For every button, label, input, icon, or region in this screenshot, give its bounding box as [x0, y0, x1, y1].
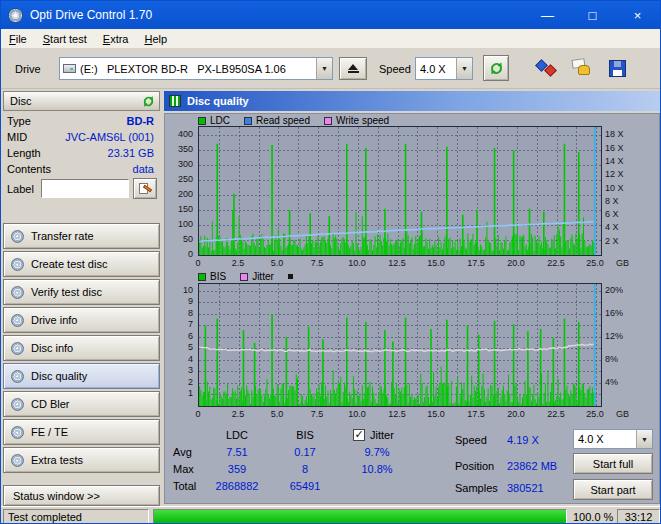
speed-label: Speed — [379, 63, 411, 75]
sidebar-button-verify-test-disc[interactable]: Verify test disc — [3, 279, 160, 305]
y2-axis-tick: 8% — [605, 354, 618, 364]
menu-start-test[interactable]: Start test — [35, 31, 95, 47]
stat-max-ldc: 359 — [207, 463, 267, 475]
create-test-disc-label: Create test disc — [31, 258, 107, 270]
save-icon — [609, 60, 626, 77]
maximize-button[interactable]: □ — [570, 1, 615, 29]
sidebar-button-extra-tests[interactable]: Extra tests — [3, 447, 160, 473]
disc-quality-label: Disc quality — [31, 370, 87, 382]
status-window-button[interactable]: Status window >> — [3, 485, 160, 506]
sidebar-button-create-test-disc[interactable]: Create test disc — [3, 251, 160, 277]
x-axis-tick: 2.5 — [232, 409, 245, 419]
jitter-checkbox[interactable]: ✓ — [353, 429, 365, 441]
test-speed-arrow[interactable]: ▼ — [636, 430, 652, 448]
stat-total-bis: 65491 — [275, 480, 335, 492]
drive-select[interactable]: (E:) PLEXTOR BD-R PX-LB950SA 1.06 ▼ — [59, 57, 333, 80]
sidebar-button-drive-info[interactable]: Drive info — [3, 307, 160, 333]
sidebar-button-disc-quality[interactable]: Disc quality — [3, 363, 160, 389]
x-axis-tick: 20.0 — [507, 409, 525, 419]
progress-fill — [154, 510, 566, 523]
start-part-button[interactable]: Start part — [573, 479, 653, 500]
jitter-swatch-icon — [240, 273, 248, 281]
y2-axis-tick: 2 X — [605, 236, 619, 246]
y-axis-tick: 400 — [165, 129, 193, 139]
y-axis-tick: 150 — [165, 204, 193, 214]
sidebar-button-fe-te[interactable]: FE / TE — [3, 419, 160, 445]
ldc-swatch-icon — [198, 117, 206, 125]
disc-length-row: Length23.31 GB — [3, 145, 160, 161]
speed-select[interactable]: 4.0 X ▼ — [415, 57, 473, 80]
minimize-button[interactable]: — — [525, 1, 570, 29]
stat-max-bis: 8 — [275, 463, 335, 475]
y-axis-tick: 5 — [165, 342, 193, 352]
grab-data-button[interactable] — [568, 54, 596, 82]
speed-select-value: 4.0 X — [416, 63, 456, 75]
read-speed-legend-item: Read speed — [244, 115, 310, 126]
bis-column-header: BIS — [275, 429, 335, 441]
stat-avg-jitter: 9.7% — [347, 446, 407, 458]
app-window: Opti Drive Control 1.70 — □ × FileStart … — [0, 0, 661, 524]
eject-button[interactable] — [339, 57, 367, 80]
menu-help[interactable]: Help — [136, 31, 175, 47]
refresh-speeds-button[interactable] — [483, 55, 509, 81]
menu-extra[interactable]: Extra — [95, 31, 137, 47]
disc-length-value: 23.31 GB — [108, 147, 154, 159]
y2-axis-tick: 18 X — [605, 129, 624, 139]
x-axis-unit: GB — [616, 258, 629, 268]
drive-select-value: (E:) PLEXTOR BD-R PX-LB950SA 1.06 — [76, 63, 316, 75]
label-edit-icon — [138, 182, 153, 196]
sidebar-button-cd-bler[interactable]: CD Bler — [3, 391, 160, 417]
sidebar-button-transfer-rate[interactable]: Transfer rate — [3, 223, 160, 249]
drive-select-arrow[interactable]: ▼ — [316, 58, 332, 79]
y-axis-tick: 9 — [165, 296, 193, 306]
start-full-button[interactable]: Start full — [573, 453, 653, 474]
elapsed-time: 33:12 — [617, 509, 660, 524]
eject-icon — [348, 64, 359, 73]
sidebar-button-disc-info[interactable]: Disc info — [3, 335, 160, 361]
stat-max-jitter: 10.8% — [347, 463, 407, 475]
write-speed-legend-item: Write speed — [324, 115, 389, 126]
write-speed-legend-label: Write speed — [336, 115, 389, 126]
label-input[interactable] — [41, 179, 129, 198]
progress-percent: 100.0 % — [573, 511, 613, 523]
ldc-chart: LDCRead speedWrite speed0501001502002503… — [165, 114, 659, 270]
y2-axis-tick: 10 X — [605, 183, 624, 193]
x-axis-tick: 22.5 — [547, 258, 565, 268]
x-axis-tick: 22.5 — [547, 409, 565, 419]
stat-row-avg-label: Avg — [173, 446, 192, 458]
disc-info-icon — [11, 342, 24, 355]
save-button[interactable] — [603, 54, 631, 82]
bis-jitter-chart-plot — [198, 283, 602, 407]
write-label-button[interactable] — [133, 178, 157, 199]
x-axis-tick: 0 — [195, 258, 200, 268]
disc-info: TypeBD-RMIDJVC-AMS6L (001)Length23.31 GB… — [3, 113, 160, 177]
extra-tests-label: Extra tests — [31, 454, 83, 466]
test-speed-select[interactable]: 4.0 X ▼ — [573, 429, 653, 449]
write-speed-swatch-icon — [324, 117, 332, 125]
bis-swatch-icon — [198, 273, 206, 281]
panel-title: Disc quality — [187, 95, 249, 107]
disc-info-label: Disc info — [31, 342, 73, 354]
line-swatch-icon — [288, 274, 293, 279]
ldc-legend-label: LDC — [210, 115, 230, 126]
samples-label: Samples — [455, 482, 498, 494]
stat-avg-ldc: 7.51 — [207, 446, 267, 458]
close-button[interactable]: × — [615, 1, 660, 29]
window-controls: — □ × — [525, 1, 660, 29]
compare-tests-button[interactable] — [533, 54, 561, 82]
main-panel: Disc quality LDCRead speedWrite speed050… — [162, 89, 661, 506]
ldc-chart-plot — [198, 126, 602, 256]
y-axis-tick: 0 — [165, 249, 193, 259]
x-axis-tick: 7.5 — [311, 409, 324, 419]
speed-select-arrow[interactable]: ▼ — [456, 58, 472, 79]
ldc-legend-item: LDC — [198, 115, 230, 126]
x-axis-tick: 12.5 — [388, 258, 406, 268]
refresh-disc-icon[interactable] — [142, 95, 155, 108]
x-axis-tick: 15.0 — [427, 409, 445, 419]
sidebar: Disc TypeBD-RMIDJVC-AMS6L (001)Length23.… — [1, 89, 162, 506]
x-axis-unit: GB — [616, 409, 629, 419]
title-bar[interactable]: Opti Drive Control 1.70 — □ × — [1, 1, 660, 29]
drive-label: Drive — [15, 63, 41, 75]
x-axis-tick: 10.0 — [348, 409, 366, 419]
menu-file[interactable]: File — [1, 31, 35, 47]
